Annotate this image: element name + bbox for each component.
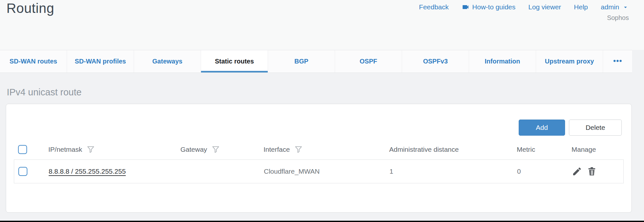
tab-ospfv3[interactable]: OSPFv3 xyxy=(402,50,469,72)
filter-icon[interactable] xyxy=(212,145,220,155)
column-header-ip-netmask: IP/netmask xyxy=(48,144,180,155)
howto-guides-link-label: How-to guides xyxy=(472,3,515,11)
column-header-gateway: Gateway xyxy=(180,144,264,155)
feedback-link-label: Feedback xyxy=(419,3,449,11)
add-button[interactable]: Add xyxy=(519,120,565,136)
chevron-down-icon xyxy=(622,4,629,11)
top-header: Routing Feedback How-to guides Log viewe… xyxy=(0,0,644,50)
tab-bar: SD-WAN routes SD-WAN profiles Gateways S… xyxy=(0,50,632,73)
howto-guides-link[interactable]: How-to guides xyxy=(462,3,515,11)
tab-label: Gateways xyxy=(152,58,182,65)
row-checkbox-cell xyxy=(14,167,49,176)
column-label: Interface xyxy=(264,146,290,153)
tab-gateways[interactable]: Gateways xyxy=(134,50,201,72)
help-link-label: Help xyxy=(574,3,588,11)
brand-label: Sophos xyxy=(607,14,629,22)
column-header-admin-distance: Administrative distance xyxy=(389,146,517,153)
log-viewer-link-label: Log viewer xyxy=(528,3,561,11)
tab-label: Upstream proxy xyxy=(545,58,594,65)
column-header-interface: Interface xyxy=(264,144,389,155)
page-title: Routing xyxy=(6,1,54,16)
table-header: IP/netmask Gateway Interface Administrat… xyxy=(14,142,624,157)
manage-cell xyxy=(572,166,623,177)
admin-distance-cell: 1 xyxy=(389,168,517,175)
trash-icon[interactable] xyxy=(587,166,597,177)
tab-information[interactable]: Information xyxy=(469,50,536,72)
section-heading: IPv4 unicast route xyxy=(7,87,82,98)
routing-page: { "page": { "title": "Routing", "brand":… xyxy=(0,0,644,222)
column-label: Administrative distance xyxy=(389,146,459,153)
tab-label: OSPFv3 xyxy=(423,58,448,65)
feedback-link[interactable]: Feedback xyxy=(419,3,449,11)
edit-icon[interactable] xyxy=(572,166,582,177)
tab-sdwan-routes[interactable]: SD-WAN routes xyxy=(0,50,67,72)
more-tabs-button[interactable] xyxy=(603,50,632,72)
tab-label: Static routes xyxy=(215,58,254,65)
column-label: IP/netmask xyxy=(48,146,82,153)
tab-bgp[interactable]: BGP xyxy=(268,50,335,72)
tab-static-routes[interactable]: Static routes xyxy=(201,50,268,72)
table-row: 8.8.8.8 / 255.255.255.255 Cloudflare_MWA… xyxy=(14,159,624,183)
column-label: Manage xyxy=(572,146,596,153)
routes-panel: Add Delete IP/netmask Gateway Interface … xyxy=(6,104,632,213)
filter-icon[interactable] xyxy=(87,145,95,155)
screen-bottom-edge xyxy=(0,221,644,222)
ellipsis-icon xyxy=(613,56,622,67)
tab-label: SD-WAN profiles xyxy=(75,58,126,65)
video-camera-icon xyxy=(462,3,469,11)
tab-label: Information xyxy=(485,58,520,65)
tab-upstream-proxy[interactable]: Upstream proxy xyxy=(536,50,603,72)
select-all-checkbox[interactable] xyxy=(18,145,27,154)
table-toolbar: Add Delete xyxy=(6,104,631,136)
row-checkbox[interactable] xyxy=(18,167,27,176)
tab-label: BGP xyxy=(294,58,308,65)
column-label: Metric xyxy=(517,146,535,153)
admin-menu[interactable]: admin xyxy=(601,3,629,11)
metric-cell: 0 xyxy=(517,168,572,175)
admin-menu-label: admin xyxy=(601,3,619,11)
filter-icon[interactable] xyxy=(294,145,303,155)
help-link[interactable]: Help xyxy=(574,3,588,11)
column-header-metric: Metric xyxy=(517,146,572,153)
delete-button[interactable]: Delete xyxy=(569,120,622,136)
tab-label: SD-WAN routes xyxy=(10,58,57,65)
interface-cell: Cloudflare_MWAN xyxy=(264,168,389,175)
column-header-manage: Manage xyxy=(572,146,624,153)
log-viewer-link[interactable]: Log viewer xyxy=(528,3,561,11)
tab-sdwan-profiles[interactable]: SD-WAN profiles xyxy=(67,50,134,72)
route-link[interactable]: 8.8.8.8 / 255.255.255.255 xyxy=(49,168,126,175)
ip-netmask-cell: 8.8.8.8 / 255.255.255.255 xyxy=(49,168,181,175)
column-label: Gateway xyxy=(180,146,207,153)
header-checkbox-cell xyxy=(14,145,48,154)
tab-ospf[interactable]: OSPF xyxy=(335,50,402,72)
tab-label: OSPF xyxy=(360,58,377,65)
header-links: Feedback How-to guides Log viewer Help a… xyxy=(419,3,629,11)
